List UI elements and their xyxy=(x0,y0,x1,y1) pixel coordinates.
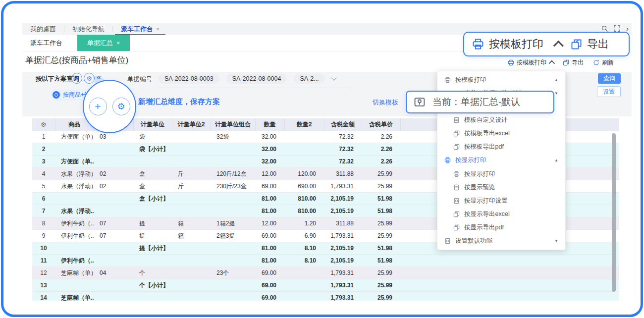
export-button[interactable]: 导出 xyxy=(563,58,584,67)
add-scheme-icon[interactable]: + xyxy=(71,73,82,84)
window-icons: › xyxy=(601,25,629,32)
table-cell: 1,793.31 xyxy=(324,267,362,279)
table-cell: 120斤/12盒 xyxy=(211,168,255,180)
search-button[interactable]: 查询 xyxy=(598,73,621,84)
subtab-dispatch-workbench[interactable]: 派车工作台 xyxy=(22,35,70,51)
settings-button[interactable]: 设置 xyxy=(597,86,621,97)
search-icon[interactable] xyxy=(601,25,608,32)
doc-no-tag[interactable]: SA-2022-08-0004 xyxy=(226,74,287,84)
table-cell xyxy=(211,279,255,292)
gear-doc-icon xyxy=(444,238,451,244)
row-index: 5 xyxy=(32,180,55,193)
doc-no-tag[interactable]: SA-2... xyxy=(294,74,324,84)
switch-template-link[interactable]: 切换模板 xyxy=(373,98,398,107)
menu-item[interactable]: 模板自定义设计 xyxy=(437,114,565,127)
column-header[interactable]: 含税金额 xyxy=(324,118,362,131)
export-label[interactable]: 导出 xyxy=(587,37,609,52)
table-cell: 2,105.19 xyxy=(324,255,362,267)
table-cell: 72.32 xyxy=(324,156,362,168)
table-cell xyxy=(172,131,211,143)
mini-toolbar: 按模板打印 导出 刷新 xyxy=(502,58,614,67)
table-cell: 2.26 xyxy=(362,143,400,156)
table-row[interactable]: 13个【小计】69.001,793.3125.99 xyxy=(32,279,619,292)
table-cell: 箱 xyxy=(172,230,211,242)
table-cell xyxy=(172,292,211,301)
menu-item-label: 按模板导出excel xyxy=(464,129,510,138)
table-cell xyxy=(284,131,324,143)
column-header[interactable]: 数量2 xyxy=(284,118,324,131)
menu-item[interactable]: 按模板导出pdf xyxy=(437,141,565,154)
table-cell: 230斤/23盒 xyxy=(211,180,255,193)
current-template-callout: 当前：单据汇总-默认 xyxy=(406,91,554,113)
table-cell: 25.99 xyxy=(362,168,400,180)
menu-item[interactable]: 设置默认功能▼ xyxy=(437,235,565,248)
column-header[interactable]: 含税单价 xyxy=(362,118,400,131)
table-cell: 2,105.19 xyxy=(324,242,362,255)
table-cell xyxy=(211,193,255,205)
chevron-down-icon[interactable] xyxy=(331,75,336,80)
table-cell: 6.90 xyxy=(284,230,324,242)
column-header[interactable]: 计量单位2 xyxy=(172,118,211,131)
table-cell: 120.00 xyxy=(284,168,324,180)
table-cell: 芝麻糊（单... xyxy=(55,292,94,301)
table-cell xyxy=(94,193,133,205)
table-cell: 1,793.31 xyxy=(324,292,362,301)
column-header[interactable]: 计量单位 xyxy=(133,118,172,131)
subtab-doc-summary[interactable]: 单据汇总 × xyxy=(77,35,130,51)
table-cell: 69.00 xyxy=(255,230,284,242)
doc-no-tag[interactable]: SA-2022-08-0003 xyxy=(159,74,219,84)
app-content: 我的桌面 初始化导航 派车工作台 × › xyxy=(22,23,632,304)
table-cell: 2,105.19 xyxy=(324,193,362,205)
table-cell: 32袋 xyxy=(211,131,255,143)
column-settings-icon[interactable]: ⚙ xyxy=(41,121,47,128)
menu-item[interactable]: 按显示打印 xyxy=(437,167,565,180)
table-row[interactable]: 11伊利牛奶（...81.008.102,105.1951.98 xyxy=(32,255,619,267)
print-by-template-label[interactable]: 按模板打印 xyxy=(489,37,543,52)
doc-no-underline xyxy=(159,88,351,88)
table-cell: 水果（浮动） xyxy=(55,168,94,180)
row-index: 8 xyxy=(32,217,55,230)
table-cell: 69.00 xyxy=(255,279,284,292)
table-cell xyxy=(400,279,619,292)
menu-item[interactable]: 按显示预览 xyxy=(437,181,565,194)
row-index: 14 xyxy=(32,292,55,301)
row-index: 11 xyxy=(32,255,55,267)
chevron-right-icon[interactable]: › xyxy=(626,25,629,32)
menu-item[interactable]: 按显示导出excel xyxy=(437,208,565,221)
column-header[interactable]: 数量 xyxy=(255,118,284,131)
vertical-scrollbar[interactable] xyxy=(612,133,616,292)
close-icon[interactable]: × xyxy=(116,40,120,47)
table-cell: 81.00 xyxy=(255,205,284,217)
menu-item[interactable]: 按显示打印设置 xyxy=(437,194,565,207)
table-cell: 51.98 xyxy=(362,193,400,205)
column-header[interactable]: 计量单位组合 xyxy=(211,118,255,131)
row-index: 10 xyxy=(32,242,55,255)
chevron-up-icon xyxy=(553,40,564,51)
menu-item[interactable]: 按模板导出excel xyxy=(437,127,565,140)
tab-my-desktop[interactable]: 我的桌面 xyxy=(22,23,64,35)
table-row[interactable]: 12芝麻糊（单）04个23个69.001,793.3125.99 xyxy=(32,267,619,279)
fullscreen-icon[interactable] xyxy=(614,25,620,32)
table-cell: 个【小计】 xyxy=(133,279,172,292)
table-cell: 07 xyxy=(94,217,133,230)
table-cell: 69.00 xyxy=(255,267,284,279)
add-dimension-note: 新增汇总维度，保存方案 xyxy=(138,97,220,106)
table-cell xyxy=(94,242,133,255)
menu-item[interactable]: 按显示导出pdf xyxy=(437,221,565,234)
print-by-template-button[interactable]: 按模板打印 xyxy=(508,58,553,67)
table-cell: 袋【小计】 xyxy=(133,143,172,156)
current-template-label: 当前：单据汇总-默认 xyxy=(432,96,520,108)
refresh-button[interactable]: 刷新 xyxy=(593,58,614,67)
tab-dispatch-workbench[interactable]: 派车工作台 × xyxy=(113,23,167,35)
table-cell: 32.00 xyxy=(255,143,284,156)
scheme-settings-icon[interactable]: ⚙ xyxy=(84,73,95,84)
table-row[interactable]: 14芝麻糊（单...69.001,793.3125.99 xyxy=(32,292,619,301)
scheme-settings-icon[interactable]: ⚙ xyxy=(112,98,130,115)
menu-item[interactable]: 按模板打印▲ xyxy=(437,73,565,86)
table-cell xyxy=(94,143,133,156)
close-icon[interactable]: × xyxy=(156,26,160,33)
tab-init-nav[interactable]: 初始化导航 xyxy=(64,23,112,35)
menu-item[interactable]: 按显示打印▲ xyxy=(437,154,565,167)
table-cell xyxy=(172,143,211,156)
add-scheme-icon[interactable]: + xyxy=(89,98,107,115)
